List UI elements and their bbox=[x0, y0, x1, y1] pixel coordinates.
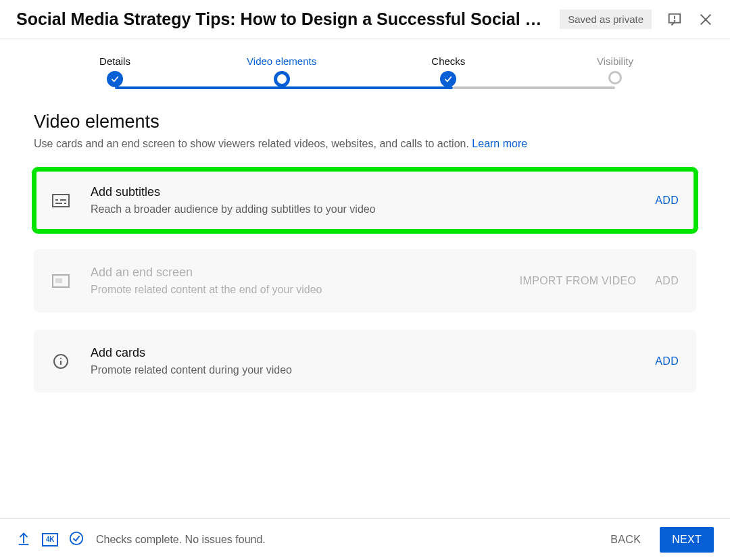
upload-icon[interactable] bbox=[16, 531, 31, 549]
card-add-cards: Add cards Promote related content during… bbox=[34, 330, 696, 392]
step-checks[interactable]: Checks bbox=[408, 55, 489, 87]
add-end-screen-button: ADD bbox=[655, 275, 679, 287]
card-add-subtitles: Add subtitles Reach a broader audience b… bbox=[34, 169, 696, 232]
learn-more-link[interactable]: Learn more bbox=[472, 138, 527, 149]
card-desc: Reach a broader audience by adding subti… bbox=[91, 203, 635, 215]
card-title: Add an end screen bbox=[91, 265, 500, 280]
svg-point-17 bbox=[70, 532, 82, 544]
video-title: Social Media Strategy Tips: How to Desig… bbox=[16, 9, 560, 29]
card-desc: Promote related content at the end of yo… bbox=[91, 284, 500, 296]
dialog-header: Social Media Strategy Tips: How to Desig… bbox=[0, 0, 730, 39]
svg-point-2 bbox=[675, 20, 675, 21]
dialog-footer: 4K Checks complete. No issues found. BAC… bbox=[0, 518, 730, 560]
current-step-dot-icon bbox=[274, 71, 290, 87]
card-add-end-screen: Add an end screen Promote related conten… bbox=[34, 249, 696, 312]
card-desc: Promote related content during your vide… bbox=[91, 364, 635, 376]
future-step-dot-icon bbox=[608, 71, 622, 84]
add-subtitles-button[interactable]: ADD bbox=[655, 195, 679, 207]
svg-point-14 bbox=[60, 357, 62, 359]
import-from-video-button: IMPORT FROM VIDEO bbox=[520, 275, 637, 287]
subtitles-icon bbox=[51, 194, 70, 207]
info-icon bbox=[51, 353, 70, 370]
video-elements-section: Video elements Use cards and an end scre… bbox=[0, 87, 730, 392]
section-title: Video elements bbox=[34, 111, 696, 132]
next-button[interactable]: NEXT bbox=[660, 527, 714, 553]
feedback-icon[interactable] bbox=[666, 11, 683, 28]
back-button[interactable]: BACK bbox=[598, 527, 653, 553]
upload-stepper: Details Video elements Checks Visibility bbox=[0, 39, 730, 87]
check-icon bbox=[107, 71, 123, 87]
step-visibility[interactable]: Visibility bbox=[575, 55, 656, 87]
add-cards-button[interactable]: ADD bbox=[655, 355, 679, 367]
checks-status-text: Checks complete. No issues found. bbox=[96, 534, 266, 546]
step-video-elements[interactable]: Video elements bbox=[241, 55, 322, 87]
card-title: Add cards bbox=[91, 346, 635, 360]
4k-badge-icon: 4K bbox=[42, 533, 58, 546]
save-status-chip: Saved as private bbox=[560, 9, 652, 29]
section-subtitle: Use cards and an end screen to show view… bbox=[34, 138, 696, 150]
check-icon bbox=[440, 71, 456, 87]
endscreen-icon bbox=[51, 274, 70, 288]
close-icon[interactable] bbox=[698, 11, 714, 28]
check-complete-icon bbox=[69, 531, 84, 549]
step-details[interactable]: Details bbox=[74, 55, 155, 87]
card-title: Add subtitles bbox=[91, 185, 635, 199]
svg-rect-11 bbox=[55, 278, 62, 283]
header-actions: Saved as private bbox=[560, 9, 714, 29]
